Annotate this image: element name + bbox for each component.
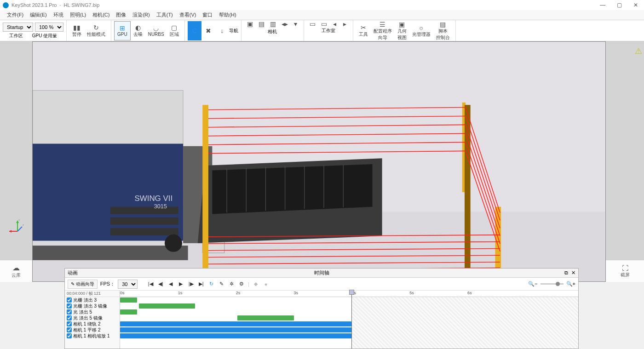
menu-edit[interactable]: 编辑(E) bbox=[27, 11, 50, 18]
list-icon: ☰ bbox=[380, 21, 385, 28]
play-forward-button[interactable]: ▶ bbox=[177, 280, 184, 288]
render-viewport[interactable]: SWING VII 3015 bbox=[32, 41, 606, 282]
menu-tools[interactable]: 工具(T) bbox=[153, 11, 176, 18]
zoom-in-icon[interactable]: 🔍+ bbox=[566, 281, 575, 287]
denoise-button[interactable]: ◐去噪 bbox=[131, 21, 145, 40]
track-row[interactable]: 光栅 淡出 3 镜像 bbox=[65, 303, 120, 309]
rendered-scene: SWING VII 3015 bbox=[33, 42, 605, 282]
track-row[interactable]: 光 淡出 5 镜像 bbox=[65, 315, 120, 321]
track-row[interactable]: 光栅 淡出 3 bbox=[65, 297, 120, 303]
panel-close-icon[interactable]: ✕ bbox=[571, 270, 575, 275]
window-close-button[interactable]: ✕ bbox=[627, 0, 644, 10]
nurbs-button[interactable]: ◡NURBS bbox=[145, 21, 167, 40]
track-checkbox[interactable] bbox=[67, 309, 72, 315]
fps-label: FPS： bbox=[100, 280, 115, 287]
light-mgr-button[interactable]: ☼光管理器 bbox=[409, 21, 433, 40]
cloud-icon: ☁ bbox=[12, 263, 20, 272]
cam-2[interactable]: ▤ bbox=[256, 20, 267, 28]
pause-button[interactable]: ▮▮暂停 bbox=[69, 21, 84, 40]
track-checkbox[interactable] bbox=[67, 327, 72, 332]
menu-camera[interactable]: 相机(C) bbox=[89, 11, 113, 18]
nav-label: 导航 bbox=[229, 28, 238, 34]
menu-environment[interactable]: 环境 bbox=[50, 11, 67, 18]
svg-line-4 bbox=[17, 227, 22, 231]
workspace-label: 工作区 bbox=[9, 33, 23, 39]
track-checkbox[interactable] bbox=[67, 303, 72, 309]
studio-1[interactable]: ▭ bbox=[307, 20, 318, 28]
timeline-canvas[interactable]: 0s1s2s3s4s5s6s bbox=[120, 291, 578, 349]
menu-render[interactable]: 渲染(R) bbox=[129, 11, 153, 18]
menu-help[interactable]: 帮助(H) bbox=[216, 11, 239, 18]
go-end-button[interactable]: ▶| bbox=[197, 280, 205, 288]
title-bar: KeyShot 2023.1 Pro · HL SWING7.bip — ▢ ✕ bbox=[0, 0, 644, 10]
perf-mode-button[interactable]: ↻性能模式 bbox=[84, 21, 108, 40]
tools-button[interactable]: ✂工具 bbox=[356, 21, 371, 40]
nav-refresh[interactable]: C bbox=[188, 21, 201, 40]
step-back-button[interactable]: ◀| bbox=[157, 280, 164, 288]
nav-center[interactable]: ↓ bbox=[215, 21, 229, 40]
cam-3[interactable]: ▥ bbox=[267, 20, 279, 28]
track-row[interactable]: 相机 1 平移 2 bbox=[65, 327, 120, 333]
menu-lighting[interactable]: 照明(L) bbox=[67, 11, 89, 18]
window-maximize-button[interactable]: ▢ bbox=[611, 0, 627, 10]
loop-button[interactable]: ↻ bbox=[207, 280, 215, 288]
menu-file[interactable]: 文件(F) bbox=[4, 11, 27, 18]
fps-select[interactable]: 30 bbox=[118, 280, 138, 289]
track-checkbox[interactable] bbox=[67, 298, 72, 303]
timeline-bar[interactable] bbox=[120, 298, 137, 303]
menu-image[interactable]: 图像 bbox=[113, 11, 129, 18]
record-icon[interactable]: ◆ bbox=[252, 280, 259, 288]
animation-wizard-button[interactable]: ✎ 动画向导 bbox=[68, 280, 98, 289]
playhead-handle[interactable] bbox=[349, 290, 354, 295]
menu-view[interactable]: 查看(V) bbox=[176, 11, 200, 18]
zoom-slider[interactable] bbox=[540, 283, 564, 285]
step-forward-button[interactable]: |▶ bbox=[187, 280, 195, 288]
track-label: 光 淡出 5 镜像 bbox=[73, 315, 103, 321]
geom-view-button[interactable]: ▣几何视图 bbox=[395, 21, 409, 40]
timeline-bar[interactable] bbox=[139, 303, 196, 309]
svg-rect-12 bbox=[110, 217, 178, 225]
warning-icon[interactable]: ⚠ bbox=[635, 46, 642, 56]
panel-popout-icon[interactable]: ⧉ bbox=[564, 270, 568, 275]
track-checkbox[interactable] bbox=[67, 333, 72, 338]
zone-button[interactable]: ▢区域 bbox=[167, 21, 182, 40]
cam-1[interactable]: ▣ bbox=[244, 20, 256, 28]
studio-4[interactable]: ▸ bbox=[340, 20, 350, 28]
studio-3[interactable]: ◂ bbox=[330, 20, 340, 28]
cam-4[interactable]: ◂▸ bbox=[279, 20, 291, 28]
edit-icon[interactable]: ✎ bbox=[218, 280, 225, 288]
timeline-bar[interactable] bbox=[120, 333, 351, 338]
svg-text:SWING VII: SWING VII bbox=[135, 194, 173, 203]
workspace-select[interactable]: Startup bbox=[3, 23, 33, 32]
track-row[interactable]: 相机 1 绕轨 2 bbox=[65, 321, 120, 327]
record-dot-icon[interactable]: ● bbox=[262, 280, 270, 288]
cloud-library-button[interactable]: ☁ 云库 bbox=[0, 260, 32, 282]
track-row[interactable]: 光 淡出 5 bbox=[65, 309, 120, 315]
zoom-select[interactable]: 100 % bbox=[35, 23, 63, 32]
gear-icon[interactable]: ⚙ bbox=[238, 280, 245, 288]
config-wizard-button[interactable]: ☰配置程序向导 bbox=[371, 21, 395, 40]
go-start-button[interactable]: |◀ bbox=[147, 280, 154, 288]
window-minimize-button[interactable]: — bbox=[594, 0, 611, 10]
screenshot-button[interactable]: ⛶ 截屏 bbox=[606, 260, 644, 282]
zoom-out-icon[interactable]: 🔍− bbox=[528, 281, 537, 287]
nav-fit[interactable]: ✖ bbox=[201, 21, 215, 40]
timeline-bar[interactable] bbox=[120, 309, 137, 315]
play-back-button[interactable]: ◀ bbox=[167, 280, 174, 288]
camera-icon: ▣ bbox=[247, 20, 253, 28]
track-checkbox[interactable] bbox=[67, 321, 72, 326]
settings-icon[interactable]: ✲ bbox=[228, 280, 235, 288]
track-checkbox[interactable] bbox=[67, 315, 72, 320]
refresh-icon: ↻ bbox=[93, 24, 99, 31]
studio-2[interactable]: ▭ bbox=[318, 20, 330, 28]
menu-window[interactable]: 窗口 bbox=[199, 11, 216, 18]
cam-5[interactable]: ▾ bbox=[291, 20, 301, 28]
timeline-panel: 动画 时间轴 ⧉ ✕ ✎ 动画向导 FPS： 30 |◀ ◀| ◀ ▶ |▶ ▶… bbox=[64, 268, 579, 349]
gpu-button[interactable]: ⊞GPU bbox=[114, 21, 131, 40]
timeline-bar[interactable] bbox=[237, 315, 294, 320]
script-button[interactable]: ▤脚本控制台 bbox=[433, 21, 453, 40]
timeline-bar[interactable] bbox=[120, 321, 351, 326]
timeline-bar[interactable] bbox=[120, 327, 351, 332]
track-row[interactable]: 相机 1 相机缩放 1 bbox=[65, 333, 120, 339]
gpu-usage-label: GPU 使用量 bbox=[32, 33, 57, 39]
